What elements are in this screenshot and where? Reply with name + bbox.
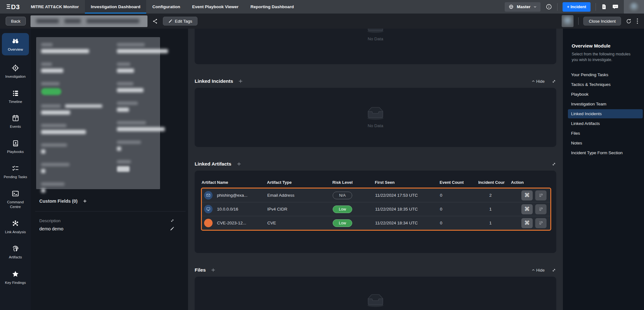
refresh-icon[interactable] <box>626 18 632 24</box>
sidebar-item-label: Playbooks <box>7 149 24 154</box>
hide-section-control[interactable]: Hide <box>531 79 545 84</box>
share-icon[interactable] <box>152 18 158 24</box>
tab-investigation-dashboard[interactable]: Investigation Dashboard <box>85 0 147 14</box>
redacted-field <box>41 183 102 193</box>
close-incident-button[interactable]: Close Incident <box>583 17 621 25</box>
assignee-avatar[interactable] <box>562 15 574 27</box>
sidebar-item-investigation[interactable]: Investigation <box>2 62 29 81</box>
column-header: First Seen <box>375 180 440 185</box>
sidebar-item-link-analysis[interactable]: Link Analysis <box>2 217 29 236</box>
sidebar-item-command-centre[interactable]: Command Centre <box>2 188 29 211</box>
sidebar-item-label: Events <box>10 124 21 129</box>
module-item-tactics-techniques[interactable]: Tactics & Techniques <box>568 80 643 89</box>
binoculars-icon <box>11 37 19 45</box>
add-file-icon[interactable] <box>211 268 216 273</box>
first-seen: 11/22/2024 18:34 UTC <box>375 221 440 225</box>
module-item-incident-type-form-section[interactable]: Incident Type Form Section <box>568 148 643 157</box>
linked-artifacts-card: Artifact NameArtifact TypeRisk LevelFirs… <box>195 171 556 253</box>
avatar-blurred-image <box>562 16 573 26</box>
add-linked-artifact-icon[interactable] <box>236 161 242 166</box>
artifact-row[interactable]: phishing@exa...Email AddressN/A11/22/202… <box>202 189 550 202</box>
tab-mitre-att-ck-monitor[interactable]: MITRE ATT&CK Monitor <box>25 0 85 14</box>
info-icon[interactable] <box>546 3 552 10</box>
unlink-artifact-button[interactable] <box>535 218 547 228</box>
sidebar-item-timeline[interactable]: Timeline <box>2 87 29 106</box>
expand-icon[interactable] <box>170 218 175 223</box>
linked-artifacts-header: Linked Artifacts <box>195 160 556 168</box>
artifact-row[interactable]: CVE-2023-12...CVELow11/22/2024 18:34 UTC… <box>202 216 550 230</box>
edit-description-pencil-icon[interactable] <box>170 226 175 231</box>
terminal-icon <box>11 189 19 198</box>
expand-section-icon[interactable] <box>552 79 556 84</box>
risk-badge: Low <box>333 206 352 213</box>
command-icon: ⌘ <box>525 192 530 199</box>
artifact-name-cell: 10.0.0.0/16 <box>204 205 267 213</box>
description-label: Description <box>39 218 61 223</box>
redacted-field <box>41 43 102 53</box>
sidebar-item-key-findings[interactable]: Key Findings <box>2 268 29 287</box>
artifacts-table-header: Artifact NameArtifact TypeRisk LevelFirs… <box>201 177 551 188</box>
event-count: 0 <box>440 221 479 225</box>
risk-badge: N/A <box>333 192 352 199</box>
event-count: 0 <box>440 193 479 198</box>
edit-tags-button[interactable]: Edit Tags <box>163 17 197 25</box>
run-command-button[interactable]: ⌘ <box>521 218 533 228</box>
sidebar-item-label: Artifacts <box>9 255 22 259</box>
chevron-down-icon <box>533 5 537 8</box>
artifacts-highlighted-rows: phishing@exa...Email AddressN/A11/22/202… <box>201 188 551 231</box>
add-custom-field-icon[interactable] <box>83 199 87 203</box>
unlink-artifact-button[interactable] <box>535 190 547 200</box>
redacted-column <box>41 43 102 183</box>
new-incident-button[interactable]: + Incident <box>563 2 591 12</box>
redacted-field <box>117 43 168 53</box>
hide-section-control[interactable]: Hide <box>531 268 545 273</box>
expand-section-icon[interactable] <box>552 268 556 273</box>
user-avatar[interactable] <box>624 0 644 14</box>
module-item-files[interactable]: Files <box>568 129 643 138</box>
add-linked-incident-icon[interactable] <box>238 79 243 84</box>
unlink-artifact-button[interactable] <box>535 204 547 214</box>
sidebar-item-label: Link Analysis <box>5 230 26 234</box>
sidebar-item-playbooks[interactable]: Playbooks <box>2 138 29 156</box>
tab-reporting-dashboard[interactable]: Reporting Dashboard <box>244 0 300 14</box>
redacted-field <box>117 121 168 131</box>
artifact-type: IPv4 CIDR <box>267 207 333 211</box>
unlink-icon <box>538 206 544 212</box>
redacted-field <box>117 82 168 92</box>
sidebar-item-overview[interactable]: Overview <box>2 33 29 55</box>
files-card: No Data <box>195 277 556 310</box>
expand-section-icon[interactable] <box>552 162 556 166</box>
tenant-selector[interactable]: Master <box>505 2 541 12</box>
tenant-label: Master <box>517 4 530 9</box>
kebab-menu-icon[interactable] <box>636 18 638 24</box>
risk-level-cell: N/A <box>333 192 375 199</box>
incident-title-redacted <box>31 15 147 27</box>
calendar-alert-icon <box>12 114 19 122</box>
module-item-linked-artifacts[interactable]: Linked Artifacts <box>568 119 643 128</box>
artifact-row[interactable]: 10.0.0.0/16IPv4 CIDRLow11/22/2024 18:35 … <box>202 202 550 216</box>
module-item-your-pending-tasks[interactable]: Your Pending Tasks <box>568 70 643 79</box>
module-item-linked-incidents[interactable]: Linked Incidents <box>568 109 643 118</box>
action-cell: ⌘ <box>511 204 550 214</box>
tab-event-playbook-viewer[interactable]: Event Playbook Viewer <box>186 0 245 14</box>
sidebar-item-events[interactable]: Events <box>2 112 29 131</box>
module-item-playbook[interactable]: Playbook <box>568 90 643 99</box>
module-item-notes[interactable]: Notes <box>568 138 643 148</box>
release-notes-icon[interactable] <box>601 3 607 10</box>
timeline-icon <box>12 89 19 97</box>
chat-icon[interactable] <box>612 3 619 10</box>
module-item-investigation-team[interactable]: Investigation Team <box>568 99 643 109</box>
sidebar-item-pending-tasks[interactable]: Pending Tasks <box>2 162 29 181</box>
overview-module-content: No Data Linked Incidents Hide No Data Li… <box>188 29 563 310</box>
sidebar-item-artifacts[interactable]: Artifacts <box>2 243 29 261</box>
risk-badge: Low <box>333 219 352 227</box>
d3-logo: ΞD3 <box>0 0 25 14</box>
incident-count: 1 <box>479 207 511 211</box>
tab-configuration[interactable]: Configuration <box>146 0 186 14</box>
back-button[interactable]: Back <box>6 17 26 25</box>
column-header: Action <box>511 180 551 185</box>
run-command-button[interactable]: ⌘ <box>521 190 533 200</box>
left-icon-rail: OverviewInvestigationTimelineEventsPlayb… <box>0 29 31 310</box>
run-command-button[interactable]: ⌘ <box>521 204 533 214</box>
section-title: Files <box>195 267 206 273</box>
